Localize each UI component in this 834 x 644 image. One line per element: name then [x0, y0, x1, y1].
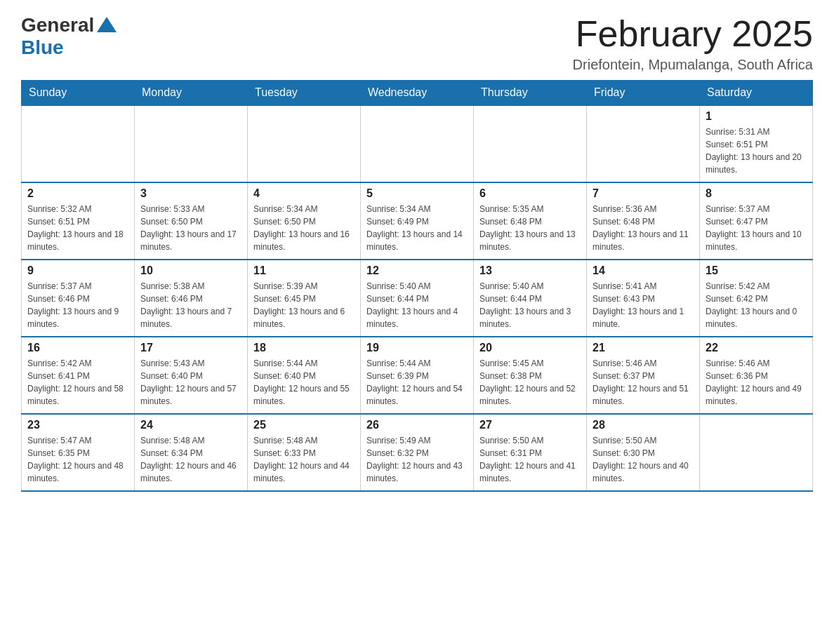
day-number: 19: [366, 342, 468, 354]
day-number: 25: [253, 419, 355, 431]
day-info: Sunrise: 5:48 AMSunset: 6:33 PMDaylight:…: [253, 434, 355, 485]
day-info: Sunrise: 5:33 AMSunset: 6:50 PMDaylight:…: [140, 203, 241, 253]
day-info: Sunrise: 5:40 AMSunset: 6:44 PMDaylight:…: [366, 280, 468, 330]
calendar-table: SundayMondayTuesdayWednesdayThursdayFrid…: [21, 80, 813, 492]
calendar-day-cell: 27Sunrise: 5:50 AMSunset: 6:31 PMDayligh…: [474, 414, 587, 491]
logo-triangle-icon: [97, 17, 117, 32]
logo: General Blue: [21, 14, 117, 59]
day-number: 18: [253, 342, 355, 354]
day-info: Sunrise: 5:46 AMSunset: 6:37 PMDaylight:…: [593, 357, 694, 408]
calendar-day-cell: 15Sunrise: 5:42 AMSunset: 6:42 PMDayligh…: [700, 260, 813, 337]
day-of-week-header: Monday: [135, 81, 248, 106]
day-number: 26: [366, 419, 468, 431]
logo-general-text: General: [21, 14, 94, 36]
day-of-week-header: Thursday: [474, 81, 587, 106]
day-info: Sunrise: 5:34 AMSunset: 6:50 PMDaylight:…: [253, 203, 355, 253]
calendar-day-cell: 25Sunrise: 5:48 AMSunset: 6:33 PMDayligh…: [248, 414, 361, 491]
day-info: Sunrise: 5:34 AMSunset: 6:49 PMDaylight:…: [366, 203, 468, 253]
day-info: Sunrise: 5:31 AMSunset: 6:51 PMDaylight:…: [706, 126, 807, 176]
day-of-week-header: Tuesday: [248, 81, 361, 106]
logo-blue-text: Blue: [21, 36, 117, 59]
day-info: Sunrise: 5:44 AMSunset: 6:40 PMDaylight:…: [253, 357, 355, 408]
calendar-day-cell: 8Sunrise: 5:37 AMSunset: 6:47 PMDaylight…: [700, 182, 813, 260]
day-number: 16: [27, 342, 128, 354]
day-info: Sunrise: 5:35 AMSunset: 6:48 PMDaylight:…: [479, 203, 581, 253]
day-number: 10: [140, 264, 241, 277]
day-info: Sunrise: 5:43 AMSunset: 6:40 PMDaylight:…: [140, 357, 241, 408]
calendar-week-row: 1Sunrise: 5:31 AMSunset: 6:51 PMDaylight…: [22, 105, 813, 182]
calendar-day-cell: [22, 105, 135, 182]
day-info: Sunrise: 5:40 AMSunset: 6:44 PMDaylight:…: [479, 280, 581, 330]
day-info: Sunrise: 5:44 AMSunset: 6:39 PMDaylight:…: [366, 357, 468, 408]
day-number: 22: [706, 342, 807, 354]
calendar-day-cell: 2Sunrise: 5:32 AMSunset: 6:51 PMDaylight…: [22, 182, 135, 260]
calendar-week-row: 2Sunrise: 5:32 AMSunset: 6:51 PMDaylight…: [22, 182, 813, 260]
calendar-day-cell: [248, 105, 361, 182]
day-info: Sunrise: 5:41 AMSunset: 6:43 PMDaylight:…: [593, 280, 694, 330]
day-info: Sunrise: 5:37 AMSunset: 6:47 PMDaylight:…: [706, 203, 807, 253]
day-of-week-header: Saturday: [700, 81, 813, 106]
calendar-header: SundayMondayTuesdayWednesdayThursdayFrid…: [22, 81, 813, 106]
day-info: Sunrise: 5:49 AMSunset: 6:32 PMDaylight:…: [366, 434, 468, 485]
day-number: 7: [593, 187, 694, 200]
day-number: 13: [479, 264, 581, 277]
day-number: 5: [366, 187, 468, 200]
day-number: 2: [27, 187, 128, 200]
day-number: 11: [253, 264, 355, 277]
calendar-week-row: 23Sunrise: 5:47 AMSunset: 6:35 PMDayligh…: [22, 414, 813, 491]
day-number: 24: [140, 419, 241, 431]
day-number: 20: [479, 342, 581, 354]
day-of-week-header: Friday: [587, 81, 700, 106]
calendar-title: February 2025: [573, 14, 813, 54]
day-info: Sunrise: 5:45 AMSunset: 6:38 PMDaylight:…: [479, 357, 581, 408]
day-info: Sunrise: 5:50 AMSunset: 6:31 PMDaylight:…: [479, 434, 581, 485]
calendar-week-row: 9Sunrise: 5:37 AMSunset: 6:46 PMDaylight…: [22, 260, 813, 337]
day-number: 12: [366, 264, 468, 277]
day-info: Sunrise: 5:38 AMSunset: 6:46 PMDaylight:…: [140, 280, 241, 330]
day-number: 21: [593, 342, 694, 354]
calendar-day-cell: 3Sunrise: 5:33 AMSunset: 6:50 PMDaylight…: [135, 182, 248, 260]
day-info: Sunrise: 5:48 AMSunset: 6:34 PMDaylight:…: [140, 434, 241, 485]
calendar-day-cell: [361, 105, 474, 182]
calendar-day-cell: 12Sunrise: 5:40 AMSunset: 6:44 PMDayligh…: [361, 260, 474, 337]
header-row: SundayMondayTuesdayWednesdayThursdayFrid…: [22, 81, 813, 106]
calendar-day-cell: 23Sunrise: 5:47 AMSunset: 6:35 PMDayligh…: [22, 414, 135, 491]
day-number: 15: [706, 264, 807, 277]
calendar-day-cell: [700, 414, 813, 491]
calendar-day-cell: 21Sunrise: 5:46 AMSunset: 6:37 PMDayligh…: [587, 337, 700, 414]
day-number: 4: [253, 187, 355, 200]
calendar-day-cell: 19Sunrise: 5:44 AMSunset: 6:39 PMDayligh…: [361, 337, 474, 414]
calendar-day-cell: 4Sunrise: 5:34 AMSunset: 6:50 PMDaylight…: [248, 182, 361, 260]
calendar-day-cell: 17Sunrise: 5:43 AMSunset: 6:40 PMDayligh…: [135, 337, 248, 414]
day-info: Sunrise: 5:36 AMSunset: 6:48 PMDaylight:…: [593, 203, 694, 253]
calendar-day-cell: [474, 105, 587, 182]
calendar-day-cell: 13Sunrise: 5:40 AMSunset: 6:44 PMDayligh…: [474, 260, 587, 337]
day-info: Sunrise: 5:39 AMSunset: 6:45 PMDaylight:…: [253, 280, 355, 330]
title-area: February 2025 Driefontein, Mpumalanga, S…: [573, 14, 813, 73]
day-info: Sunrise: 5:42 AMSunset: 6:42 PMDaylight:…: [706, 280, 807, 330]
day-number: 27: [479, 419, 581, 431]
day-info: Sunrise: 5:47 AMSunset: 6:35 PMDaylight:…: [27, 434, 128, 485]
calendar-day-cell: 11Sunrise: 5:39 AMSunset: 6:45 PMDayligh…: [248, 260, 361, 337]
calendar-day-cell: 10Sunrise: 5:38 AMSunset: 6:46 PMDayligh…: [135, 260, 248, 337]
day-info: Sunrise: 5:42 AMSunset: 6:41 PMDaylight:…: [27, 357, 128, 408]
calendar-day-cell: 14Sunrise: 5:41 AMSunset: 6:43 PMDayligh…: [587, 260, 700, 337]
calendar-subtitle: Driefontein, Mpumalanga, South Africa: [573, 57, 813, 73]
calendar-day-cell: 22Sunrise: 5:46 AMSunset: 6:36 PMDayligh…: [700, 337, 813, 414]
calendar-day-cell: 16Sunrise: 5:42 AMSunset: 6:41 PMDayligh…: [22, 337, 135, 414]
day-info: Sunrise: 5:50 AMSunset: 6:30 PMDaylight:…: [593, 434, 694, 485]
day-number: 6: [479, 187, 581, 200]
calendar-day-cell: [135, 105, 248, 182]
calendar-day-cell: 9Sunrise: 5:37 AMSunset: 6:46 PMDaylight…: [22, 260, 135, 337]
day-info: Sunrise: 5:37 AMSunset: 6:46 PMDaylight:…: [27, 280, 128, 330]
day-number: 14: [593, 264, 694, 277]
day-number: 17: [140, 342, 241, 354]
day-info: Sunrise: 5:32 AMSunset: 6:51 PMDaylight:…: [27, 203, 128, 253]
calendar-day-cell: 24Sunrise: 5:48 AMSunset: 6:34 PMDayligh…: [135, 414, 248, 491]
day-of-week-header: Wednesday: [361, 81, 474, 106]
page-header: General Blue February 2025 Driefontein, …: [21, 14, 813, 73]
calendar-day-cell: 1Sunrise: 5:31 AMSunset: 6:51 PMDaylight…: [700, 105, 813, 182]
day-info: Sunrise: 5:46 AMSunset: 6:36 PMDaylight:…: [706, 357, 807, 408]
calendar-day-cell: [587, 105, 700, 182]
day-number: 3: [140, 187, 241, 200]
